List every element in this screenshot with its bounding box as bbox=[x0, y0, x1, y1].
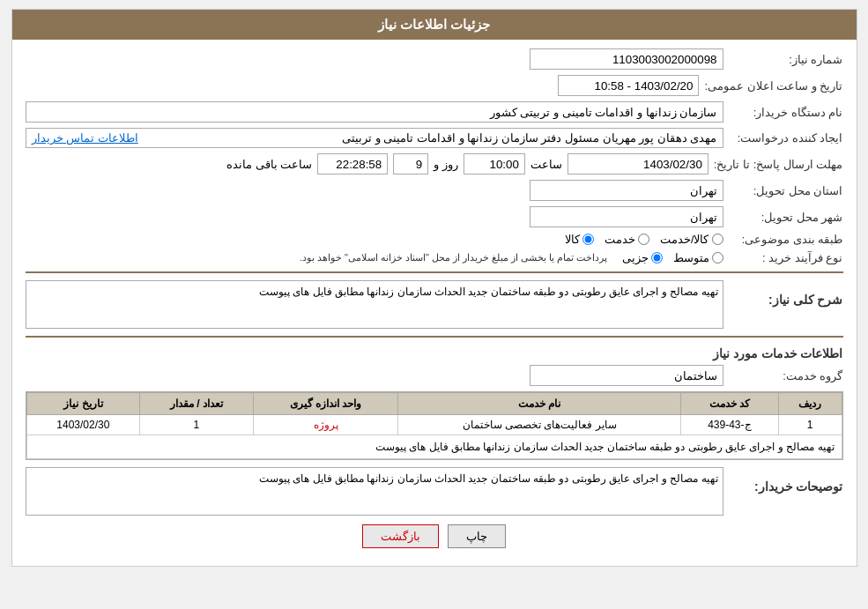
creator-value: مهدی دهقان پور مهریان مسئول دفتر سازمان … bbox=[144, 131, 717, 145]
col-name: نام خدمت bbox=[398, 393, 681, 415]
province-label: استان محل تحویل: bbox=[729, 184, 843, 197]
page-header: جزئیات اطلاعات نیاز bbox=[12, 10, 857, 40]
col-unit: واحد اندازه گیری bbox=[253, 393, 398, 415]
back-button[interactable]: بازگشت bbox=[362, 524, 439, 548]
city-input[interactable] bbox=[530, 206, 723, 227]
announce-date-row: تاریخ و ساعت اعلان عمومی: bbox=[26, 75, 843, 96]
announce-date-label: تاریخ و ساعت اعلان عمومی: bbox=[704, 79, 842, 93]
print-button[interactable]: چاپ bbox=[448, 524, 506, 548]
buyer-desc-label: توصیحات خریدار: bbox=[729, 476, 843, 494]
buyer-desc-textarea[interactable] bbox=[26, 467, 723, 516]
description-textarea[interactable] bbox=[26, 280, 723, 329]
radio-kala-input[interactable] bbox=[582, 234, 594, 245]
services-table: ردیف کد خدمت نام خدمت واحد اندازه گیری ت… bbox=[26, 392, 842, 459]
creator-label: ایجاد کننده درخواست: bbox=[729, 131, 843, 145]
process-radio-group: متوسط جزیی bbox=[622, 251, 723, 264]
col-qty: تعداد / مقدار bbox=[140, 393, 254, 415]
radio-jozii-input[interactable] bbox=[651, 252, 663, 264]
divider-1 bbox=[26, 271, 843, 273]
cell-date: 1403/02/30 bbox=[26, 415, 140, 435]
deadline-date-input[interactable] bbox=[568, 153, 708, 175]
col-date: تاریخ نیاز bbox=[26, 393, 140, 415]
services-title: اطلاعات خدمات مورد نیاز bbox=[26, 346, 843, 360]
col-code: کد خدمت bbox=[680, 393, 778, 415]
creator-contact-link[interactable]: اطلاعات تماس خریدار bbox=[32, 131, 138, 145]
table-header-row: ردیف کد خدمت نام خدمت واحد اندازه گیری ت… bbox=[26, 393, 842, 415]
services-table-container: ردیف کد خدمت نام خدمت واحد اندازه گیری ت… bbox=[26, 391, 843, 460]
announce-date-input[interactable] bbox=[558, 75, 699, 96]
radio-kala: کالا bbox=[565, 233, 594, 246]
cell-name: سایر فعالیت‌های تخصصی ساختمان bbox=[398, 415, 681, 435]
table-desc-row: تهیه مصالح و اجرای عایق رطوبتی دو طبقه س… bbox=[26, 435, 842, 459]
radio-kala-khadamat-label: کالا/خدمت bbox=[660, 233, 709, 246]
deadline-row: مهلت ارسال پاسخ: تا تاریخ: ساعت روز و سا… bbox=[26, 153, 843, 175]
cell-code: ج-43-439 bbox=[680, 415, 778, 435]
org-name-input[interactable] bbox=[26, 101, 723, 123]
description-label: شرح کلی نیاز: bbox=[729, 289, 843, 307]
city-label: شهر محل تحویل: bbox=[729, 211, 843, 224]
button-row: چاپ بازگشت bbox=[26, 524, 843, 548]
radio-jozii-label: جزیی bbox=[622, 251, 649, 264]
table-row: 1 ج-43-439 سایر فعالیت‌های تخصصی ساختمان… bbox=[26, 415, 842, 435]
process-row: نوع فرآیند خرید : متوسط جزیی پرداخت تمام… bbox=[26, 251, 843, 264]
content-area: شماره نیاز: تاریخ و ساعت اعلان عمومی: نا… bbox=[12, 40, 857, 566]
process-label: نوع فرآیند خرید : bbox=[729, 251, 843, 264]
deadline-remaining-input[interactable] bbox=[317, 153, 388, 175]
cell-row: 1 bbox=[778, 415, 842, 435]
cell-qty: 1 bbox=[140, 415, 254, 435]
deadline-days-input[interactable] bbox=[393, 153, 428, 175]
group-service-row: گروه خدمت: bbox=[26, 365, 843, 386]
deadline-remaining-label: ساعت باقی مانده bbox=[226, 158, 312, 171]
page-container: جزئیات اطلاعات نیاز شماره نیاز: تاریخ و … bbox=[11, 9, 857, 567]
table-desc-cell: تهیه مصالح و اجرای عایق رطوبتی دو طبقه س… bbox=[26, 435, 842, 459]
col-row: ردیف bbox=[778, 393, 842, 415]
radio-khadamat-label: خدمت bbox=[605, 233, 635, 246]
creator-row: ایجاد کننده درخواست: مهدی دهقان پور مهری… bbox=[26, 128, 843, 148]
deadline-time-label: ساعت bbox=[530, 158, 562, 171]
request-number-row: شماره نیاز: bbox=[26, 48, 843, 70]
radio-jozii: جزیی bbox=[622, 251, 663, 264]
org-name-label: نام دستگاه خریدار: bbox=[729, 106, 843, 119]
city-row: شهر محل تحویل: bbox=[26, 206, 843, 227]
group-service-label: گروه خدمت: bbox=[729, 369, 843, 382]
province-input[interactable] bbox=[530, 180, 723, 201]
deadline-label: مهلت ارسال پاسخ: تا تاریخ: bbox=[714, 158, 843, 171]
group-service-input[interactable] bbox=[530, 365, 723, 386]
category-row: طبقه بندی موضوعی: کالا/خدمت خدمت کالا bbox=[26, 233, 843, 246]
deadline-time-input[interactable] bbox=[464, 153, 525, 175]
buyer-desc-row: توصیحات خریدار: bbox=[26, 467, 843, 516]
radio-khadamat-input[interactable] bbox=[638, 234, 649, 245]
request-number-input[interactable] bbox=[530, 48, 723, 70]
page-title: جزئیات اطلاعات نیاز bbox=[378, 17, 490, 32]
province-row: استان محل تحویل: bbox=[26, 180, 843, 201]
radio-kala-khadamat-input[interactable] bbox=[712, 234, 723, 245]
radio-kala-khadamat: کالا/خدمت bbox=[660, 233, 723, 246]
category-radio-group: کالا/خدمت خدمت کالا bbox=[565, 233, 723, 246]
radio-motavaset: متوسط bbox=[673, 251, 723, 264]
description-row: شرح کلی نیاز: bbox=[26, 280, 843, 329]
category-label: طبقه بندی موضوعی: bbox=[729, 233, 843, 246]
radio-motavaset-label: متوسط bbox=[673, 251, 709, 264]
radio-kala-label: کالا bbox=[565, 233, 580, 246]
org-name-row: نام دستگاه خریدار: bbox=[26, 101, 843, 123]
radio-khadamat: خدمت bbox=[605, 233, 649, 246]
request-number-label: شماره نیاز: bbox=[729, 53, 843, 66]
deadline-day-label: روز و bbox=[434, 158, 458, 171]
cell-unit: پروژه bbox=[253, 415, 398, 435]
process-note: پرداخت تمام یا بخشی از مبلغ خریدار از مح… bbox=[300, 252, 608, 264]
divider-2 bbox=[26, 336, 843, 338]
radio-motavaset-input[interactable] bbox=[712, 252, 723, 264]
